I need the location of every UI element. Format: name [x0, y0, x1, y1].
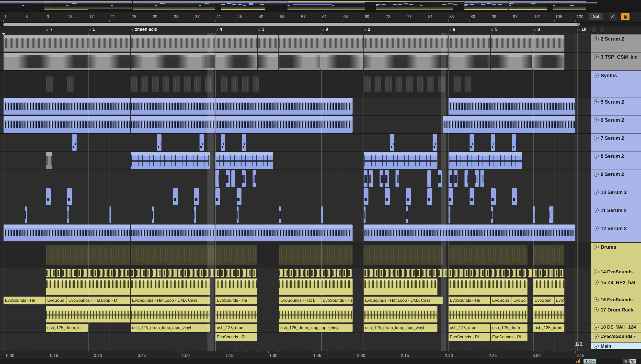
track-header-main[interactable]: ▸Main	[591, 342, 641, 349]
clip[interactable]	[215, 35, 257, 52]
clip[interactable]	[46, 306, 130, 322]
clip[interactable]	[449, 170, 452, 187]
clip[interactable]	[406, 269, 409, 277]
clip[interactable]: EvoSounds - Hat L	[279, 296, 321, 304]
clip[interactable]	[449, 306, 527, 322]
clip[interactable]	[93, 269, 97, 277]
clip[interactable]	[523, 269, 526, 277]
clip[interactable]	[443, 269, 447, 277]
clip[interactable]	[67, 188, 72, 205]
track-header-z3hat[interactable]: ▾15 Z3_RP2_hat	[591, 278, 641, 296]
track-lane-main[interactable]	[0, 342, 591, 349]
clip[interactable]	[205, 76, 212, 92]
clip[interactable]	[258, 53, 278, 70]
play-icon[interactable]: ▸	[594, 325, 599, 330]
track-header-evo19[interactable]: ▸19 EvoSounds -	[591, 333, 641, 342]
track-lane-evo14[interactable]	[0, 268, 591, 278]
clip[interactable]	[173, 76, 180, 92]
track-lane-serum8[interactable]	[0, 152, 591, 170]
clip[interactable]: osh_125_drum	[533, 324, 564, 332]
clip[interactable]: EvoSounds - Ha	[4, 296, 46, 304]
clip[interactable]	[242, 170, 246, 187]
clip[interactable]	[538, 269, 542, 277]
clip[interactable]	[491, 206, 493, 223]
clip[interactable]	[215, 278, 257, 295]
clip[interactable]	[427, 170, 431, 187]
clip[interactable]	[46, 188, 51, 205]
clip[interactable]	[279, 269, 283, 277]
time-ruler[interactable]: 0:000:150:300:451:001:151:301:452:002:15…	[0, 351, 641, 359]
clip[interactable]	[464, 170, 468, 187]
clip[interactable]	[173, 269, 177, 277]
clip[interactable]	[253, 269, 256, 277]
clip[interactable]	[427, 76, 434, 92]
clip[interactable]	[4, 224, 130, 241]
clip[interactable]	[406, 188, 411, 205]
clip[interactable]	[279, 206, 281, 223]
clip[interactable]	[51, 269, 55, 277]
track-header-serum11[interactable]: ▾11 Serum 2	[591, 206, 641, 224]
clip[interactable]	[533, 245, 564, 265]
clip[interactable]	[215, 152, 273, 169]
clip[interactable]	[480, 170, 484, 187]
play-icon[interactable]: ▸	[594, 270, 599, 274]
clip[interactable]	[4, 116, 130, 133]
chevron-down-icon[interactable]: ▾	[594, 307, 599, 312]
clip[interactable]	[237, 188, 242, 205]
clip[interactable]: osh_125_drum_lo	[46, 324, 88, 332]
clip[interactable]: EvoSoun	[491, 296, 512, 304]
clip[interactable]	[417, 76, 424, 92]
clip[interactable]	[395, 170, 399, 187]
clip[interactable]	[364, 170, 367, 187]
clip[interactable]	[215, 224, 353, 241]
clip[interactable]	[109, 206, 111, 223]
clip[interactable]	[374, 76, 381, 92]
clip[interactable]: EvoSounds - Hat Loop - DMX Cass	[131, 296, 210, 304]
clip[interactable]: EvoSounds - Ha	[215, 296, 257, 304]
clip[interactable]: EvoSounds - Hat Loop - DMX Cass	[364, 296, 443, 304]
clip[interactable]	[470, 134, 474, 151]
locator-flag[interactable]: ▷zmien acid	[131, 27, 157, 32]
clip[interactable]	[433, 134, 437, 151]
clip[interactable]	[321, 53, 363, 70]
clip[interactable]	[4, 98, 130, 114]
clip[interactable]	[559, 269, 563, 277]
clip[interactable]	[379, 269, 383, 277]
clip[interactable]	[454, 170, 458, 187]
clip[interactable]	[215, 116, 353, 133]
clip[interactable]	[295, 269, 299, 277]
track-lane-serum6[interactable]	[0, 116, 591, 134]
locator-flag[interactable]: ▷10	[578, 27, 586, 32]
clip[interactable]	[4, 35, 130, 52]
chevron-down-icon[interactable]: ▾	[594, 136, 599, 140]
clip[interactable]	[4, 53, 130, 70]
clip[interactable]	[221, 269, 224, 277]
clip[interactable]	[141, 76, 148, 92]
clip[interactable]	[364, 245, 443, 265]
height-zoom-button[interactable]: H	[623, 359, 629, 364]
clip[interactable]	[237, 269, 240, 277]
playback-speed-badge[interactable]: 1.00x	[583, 359, 596, 364]
clip[interactable]	[454, 76, 461, 92]
clip[interactable]	[549, 206, 553, 223]
track-header-drumrack[interactable]: ▾17 Drum Rack	[591, 305, 641, 324]
clip[interactable]	[141, 269, 145, 277]
clip[interactable]: osh_125_drum_loop_tape_vinyl	[279, 324, 353, 332]
clip[interactable]	[501, 269, 505, 277]
clip[interactable]	[544, 269, 547, 277]
clip[interactable]	[401, 269, 404, 277]
track-lane-evo16[interactable]: EvoSounds - HaEvoSounEvoSounds - Hat Loo…	[0, 296, 591, 305]
clip[interactable]	[67, 206, 69, 223]
track-header-serum12[interactable]: ▾12 Serum 2	[591, 224, 641, 242]
track-lane-ds18[interactable]: osh_125_drum_loosh_125_drum_loop_tape_vi…	[0, 324, 591, 333]
track-lane-serum5[interactable]	[0, 98, 591, 116]
clip[interactable]	[528, 269, 531, 277]
clip[interactable]	[327, 269, 330, 277]
clip[interactable]	[242, 76, 249, 92]
clip[interactable]	[491, 134, 495, 151]
clip[interactable]	[46, 76, 53, 92]
clip[interactable]	[512, 269, 516, 277]
forward-arrow-button[interactable]: →	[599, 27, 605, 32]
clip[interactable]	[226, 170, 230, 187]
clip[interactable]	[390, 134, 394, 151]
